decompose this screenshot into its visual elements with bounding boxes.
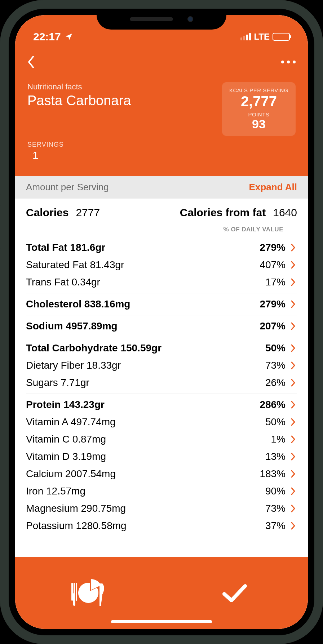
calories-from-fat-value: 1640: [273, 206, 297, 219]
chevron-right-icon: [291, 522, 297, 530]
nutrient-group: Total Carbohydrate 150.59gr50%Dietary Fi…: [26, 337, 297, 394]
nutrient-name: Vitamin D 3.19mg: [26, 451, 106, 462]
nutrient-pct: 73%: [257, 503, 286, 514]
nutrient-pct: 50%: [257, 416, 286, 428]
nutrient-group: Total Fat 181.6gr279%Saturated Fat 81.43…: [26, 237, 297, 293]
nutrient-group: Cholesterol 838.16mg279%: [26, 293, 297, 315]
chevron-right-icon: [291, 322, 297, 330]
chevron-right-icon: [291, 344, 297, 352]
nutrient-pct: 279%: [257, 242, 286, 253]
nutrient-pct: 279%: [257, 298, 286, 310]
amount-per-serving-label: Amount per Serving: [26, 182, 109, 193]
screen: 22:17 LTE: [15, 15, 308, 629]
kcals-badge: KCALS PER SERVING 2,777 POINTS 93: [222, 82, 296, 136]
nutrient-name: Cholesterol 838.16mg: [26, 298, 130, 310]
chevron-right-icon: [291, 435, 297, 443]
servings-label: SERVINGS: [27, 141, 296, 148]
battery-icon: [273, 33, 290, 41]
daily-value-label: % OF DAILY VALUE: [26, 222, 297, 237]
nutrient-name: Potassium 1280.58mg: [26, 520, 127, 532]
phone-frame: 22:17 LTE: [0, 0, 323, 644]
nutrient-pct: 207%: [257, 320, 286, 332]
more-button[interactable]: [281, 61, 296, 63]
nutrient-row[interactable]: Total Fat 181.6gr279%: [26, 239, 297, 256]
expand-all-button[interactable]: Expand All: [249, 182, 297, 193]
chevron-right-icon: [291, 505, 297, 512]
side-button: [322, 173, 323, 241]
nutrient-name: Dietary Fiber 18.33gr: [26, 360, 121, 371]
chevron-right-icon: [291, 487, 297, 495]
nutrition-content: Calories 2777 Calories from fat 1640 % O…: [15, 199, 308, 557]
header-subtitle: Nutritional facts: [27, 82, 131, 92]
nutrient-row[interactable]: Total Carbohydrate 150.59gr50%: [26, 339, 297, 357]
points-label: POINTS: [229, 111, 288, 117]
nutrient-pct: 183%: [257, 468, 286, 480]
nutrient-group: Sodium 4957.89mg207%: [26, 315, 297, 337]
nutrient-name: Iron 12.57mg: [26, 485, 85, 497]
side-button: [0, 151, 1, 195]
nutrient-row[interactable]: Protein 143.23gr286%: [26, 396, 297, 413]
kcals-label: KCALS PER SERVING: [229, 87, 288, 93]
nutrient-group: Protein 143.23gr286%Vitamin A 497.74mg50…: [26, 394, 297, 537]
chevron-right-icon: [291, 470, 297, 478]
chevron-right-icon: [291, 300, 297, 308]
location-icon: [65, 32, 73, 41]
nutrient-pct: 17%: [257, 276, 286, 288]
nutrient-name: Sugars 7.71gr: [26, 377, 89, 388]
network-label: LTE: [254, 32, 270, 42]
svg-rect-3: [73, 593, 75, 606]
nutrient-pct: 50%: [257, 342, 286, 354]
chevron-right-icon: [291, 244, 297, 252]
nutrient-pct: 13%: [257, 451, 286, 462]
nutrient-name: Calcium 2007.54mg: [26, 468, 116, 480]
nutrient-row[interactable]: Vitamin C 0.87mg1%: [26, 431, 297, 448]
calories-value: 2777: [76, 206, 100, 219]
chevron-right-icon: [291, 418, 297, 426]
status-time: 22:17: [33, 31, 61, 43]
nutrient-name: Saturated Fat 81.43gr: [26, 259, 124, 271]
nutrient-name: Trans Fat 0.34gr: [26, 276, 100, 288]
chevron-right-icon: [291, 361, 297, 369]
nutrient-pct: 286%: [257, 399, 286, 410]
nutrient-row[interactable]: Magnesium 290.75mg73%: [26, 500, 297, 517]
servings-block: SERVINGS 1: [27, 141, 296, 161]
signal-icon: [240, 33, 251, 40]
nutrient-row[interactable]: Dietary Fiber 18.33gr73%: [26, 357, 297, 374]
nutrient-row[interactable]: Sugars 7.71gr26%: [26, 374, 297, 391]
front-camera: [187, 16, 193, 22]
back-button[interactable]: [27, 56, 35, 68]
nutrient-pct: 407%: [257, 259, 286, 271]
nutrient-row[interactable]: Potassium 1280.58mg37%: [26, 517, 297, 534]
calories-row: Calories 2777 Calories from fat 1640: [26, 199, 297, 222]
chevron-right-icon: [291, 379, 297, 387]
confirm-button[interactable]: [162, 583, 308, 603]
calories-from-fat-label: Calories from fat: [180, 206, 266, 219]
nutrient-row[interactable]: Cholesterol 838.16mg279%: [26, 296, 297, 313]
chevron-right-icon: [291, 261, 297, 269]
nutrient-pct: 26%: [257, 377, 286, 388]
calories-label: Calories: [26, 206, 68, 219]
nutrient-row[interactable]: Sodium 4957.89mg207%: [26, 317, 297, 335]
nutrient-row[interactable]: Iron 12.57mg90%: [26, 483, 297, 500]
home-indicator[interactable]: [111, 620, 212, 623]
notch: [97, 9, 226, 30]
bottom-bar: [15, 557, 308, 629]
meal-chart-button[interactable]: [15, 578, 162, 607]
nutrient-name: Magnesium 290.75mg: [26, 503, 126, 514]
nutrient-pct: 37%: [257, 520, 286, 532]
nutrient-row[interactable]: Calcium 2007.54mg183%: [26, 465, 297, 483]
chevron-right-icon: [291, 453, 297, 461]
points-value: 93: [229, 117, 288, 131]
header: Nutritional facts Pasta Carbonara KCALS …: [15, 48, 308, 176]
nutrient-row[interactable]: Saturated Fat 81.43gr407%: [26, 256, 297, 274]
nutrient-pct: 1%: [257, 434, 286, 445]
nutrient-name: Vitamin A 497.74mg: [26, 416, 116, 428]
nutrient-row[interactable]: Vitamin D 3.19mg13%: [26, 448, 297, 465]
nutrient-row[interactable]: Vitamin A 497.74mg50%: [26, 413, 297, 431]
nutrient-name: Total Carbohydrate 150.59gr: [26, 342, 162, 354]
nutrient-row[interactable]: Trans Fat 0.34gr17%: [26, 274, 297, 291]
side-button: [0, 108, 1, 133]
nutrient-name: Total Fat 181.6gr: [26, 242, 105, 253]
side-button: [0, 205, 1, 249]
chevron-right-icon: [291, 401, 297, 409]
